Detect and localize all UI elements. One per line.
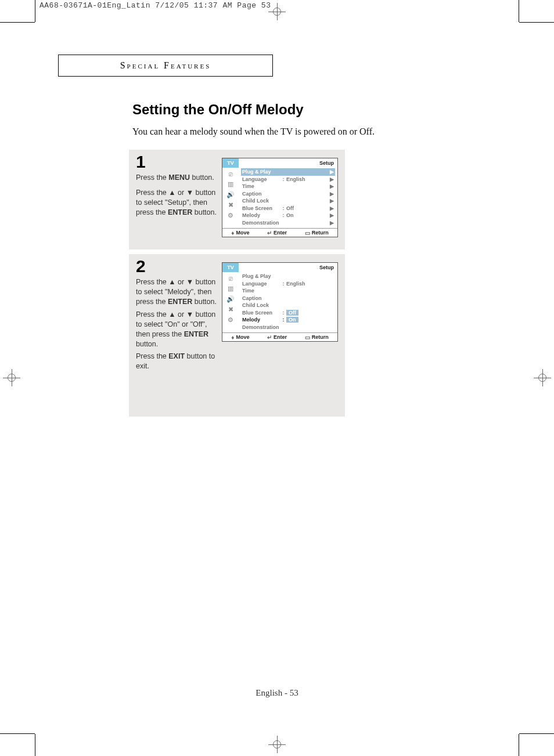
speaker-icon: 🔊 (226, 295, 235, 303)
osd-row-time: Time (241, 287, 335, 295)
osd-row-demonstration: Demonstration▶ (241, 219, 335, 227)
picture-icon: ⎚ (229, 171, 233, 178)
osd-row-blue-screen: Blue Screen:Off▶ (241, 205, 335, 212)
step-text: Press the ▲ or ▼ button to select "Melod… (136, 277, 221, 307)
osd-row-plug-play: Plug & Play (241, 273, 335, 280)
osd-row-demonstration: Demonstration (241, 324, 335, 331)
osd-row-caption: Caption (241, 295, 335, 302)
osd-tv-label: TV (222, 158, 239, 168)
step-text: Press the ▲ or ▼ button to select "On" o… (136, 310, 221, 349)
sound-icon: ▥ (228, 285, 233, 292)
step-number: 1 (136, 152, 146, 172)
move-icon: ♦ (231, 334, 234, 341)
sliders-icon: ⚙ (228, 212, 233, 219)
sliders-icon: ⚙ (228, 316, 233, 324)
osd-row-language: Language:English (241, 280, 335, 288)
sound-icon: ▥ (228, 180, 233, 188)
osd-row-melody: Melody:On (241, 316, 335, 324)
cross-icon: ✖ (228, 306, 233, 313)
osd-row-plug-play: Plug & Play▶ (241, 168, 335, 176)
osd-footer: ♦Move ↵Enter ▭Return (222, 332, 337, 341)
return-icon: ▭ (305, 230, 310, 236)
osd-side-icons: ⎚ ▥ 🔊 ✖ ⚙ (222, 272, 239, 332)
osd-row-language: Language:English▶ (241, 176, 335, 183)
page-number: English - 53 (256, 688, 298, 698)
osd-title: Setup (239, 158, 337, 168)
crop-mark (519, 0, 519, 22)
step-text: Press the ▲ or ▼ button to select "Setup… (136, 188, 221, 218)
osd-row-melody: Melody:On▶ (241, 212, 335, 219)
registration-mark-icon (534, 369, 551, 386)
osd-row-time: Time▶ (241, 183, 335, 190)
osd-row-child-lock: Child Lock▶ (241, 197, 335, 205)
crop-mark (0, 733, 35, 734)
registration-mark-icon (268, 736, 286, 753)
cross-icon: ✖ (228, 201, 233, 209)
osd-footer: ♦Move ↵Enter ▭Return (222, 228, 337, 237)
osd-row-caption: Caption▶ (241, 190, 335, 198)
step-text: Press the MENU button. (136, 173, 221, 183)
crop-mark (519, 734, 519, 756)
crop-mark (519, 733, 554, 734)
enter-icon: ↵ (267, 334, 272, 341)
crop-mark (35, 0, 35, 22)
step-1-block: 1 Press the MENU button. Press the ▲ or … (129, 150, 345, 249)
step-text: Press the EXIT button to exit. (136, 352, 221, 371)
registration-mark-icon (268, 3, 286, 20)
osd-menu-list: Plug & Play▶ Language:English▶ Time▶ Cap… (239, 168, 337, 228)
page-title: Setting the On/Off Melody (132, 102, 304, 118)
osd-screenshot-2: TV Setup ⎚ ▥ 🔊 ✖ ⚙ Plug & Play Language:… (222, 262, 338, 342)
crop-mark (35, 734, 35, 756)
step-number: 2 (136, 256, 146, 276)
step-2-block: 2 Press the ▲ or ▼ button to select "Mel… (129, 254, 345, 417)
osd-menu-list: Plug & Play Language:English Time Captio… (239, 272, 337, 332)
osd-tv-label: TV (222, 263, 239, 272)
osd-side-icons: ⎚ ▥ 🔊 ✖ ⚙ (222, 168, 239, 228)
crop-mark (0, 22, 35, 23)
osd-row-blue-screen: Blue Screen:Off (241, 309, 335, 317)
section-header: Special Features (58, 55, 273, 77)
osd-screenshot-1: TV Setup ⎚ ▥ 🔊 ✖ ⚙ Plug & Play▶ Language… (222, 158, 338, 237)
print-header: AA68-03671A-01Eng_Latin 7/12/05 11:37 AM… (39, 1, 271, 10)
osd-row-child-lock: Child Lock (241, 302, 335, 309)
enter-icon: ↵ (267, 230, 272, 236)
crop-mark (519, 22, 554, 23)
osd-title: Setup (239, 263, 337, 272)
return-icon: ▭ (305, 334, 310, 341)
picture-icon: ⎚ (229, 275, 233, 282)
page-subtitle: You can hear a melody sound when the TV … (132, 126, 375, 137)
move-icon: ♦ (231, 230, 234, 236)
registration-mark-icon (3, 369, 20, 386)
speaker-icon: 🔊 (226, 191, 235, 198)
